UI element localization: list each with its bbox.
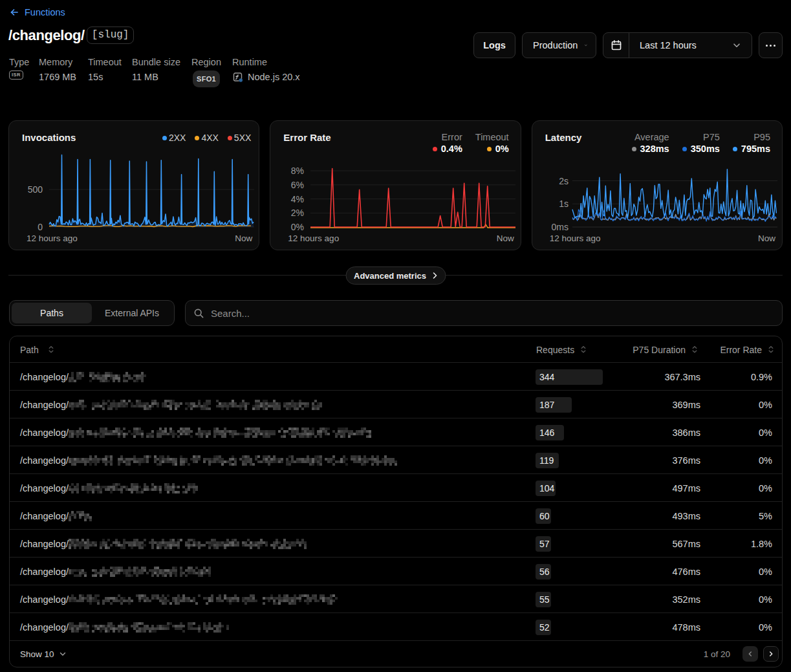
svg-text:8%: 8% [291, 166, 304, 176]
svg-text:2%: 2% [291, 208, 304, 218]
svg-text:4%: 4% [291, 194, 304, 204]
svg-text:0%: 0% [291, 222, 304, 232]
svg-text:500: 500 [28, 184, 43, 195]
svg-text:6%: 6% [291, 180, 304, 190]
svg-text:2s: 2s [559, 176, 569, 186]
svg-text:0ms: 0ms [551, 222, 568, 232]
svg-text:1s: 1s [559, 199, 569, 209]
svg-text:0: 0 [38, 222, 43, 232]
